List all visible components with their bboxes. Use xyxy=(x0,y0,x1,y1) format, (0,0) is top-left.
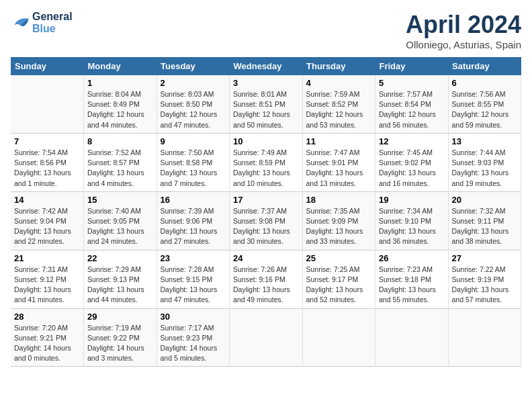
calendar-cell xyxy=(230,308,303,367)
day-number: 1 xyxy=(87,78,153,88)
day-number: 20 xyxy=(452,195,518,205)
day-number: 3 xyxy=(233,78,299,88)
calendar-cell: 15Sunrise: 7:40 AMSunset: 9:05 PMDayligh… xyxy=(84,191,157,250)
day-info: Sunrise: 7:20 AMSunset: 9:21 PMDaylight:… xyxy=(14,323,80,364)
day-number: 19 xyxy=(379,195,445,205)
day-number: 22 xyxy=(87,253,153,263)
day-info: Sunrise: 8:04 AMSunset: 8:49 PMDaylight:… xyxy=(87,89,153,130)
calendar-cell: 30Sunrise: 7:17 AMSunset: 9:23 PMDayligh… xyxy=(157,308,230,367)
calendar-cell: 23Sunrise: 7:28 AMSunset: 9:15 PMDayligh… xyxy=(157,250,230,308)
calendar-week-row: 28Sunrise: 7:20 AMSunset: 9:21 PMDayligh… xyxy=(11,308,521,367)
calendar-cell: 2Sunrise: 8:03 AMSunset: 8:50 PMDaylight… xyxy=(157,75,230,133)
weekday-header-wednesday: Wednesday xyxy=(230,57,303,75)
day-info: Sunrise: 7:37 AMSunset: 9:08 PMDaylight:… xyxy=(233,206,299,247)
day-info: Sunrise: 7:17 AMSunset: 9:23 PMDaylight:… xyxy=(161,323,226,364)
day-info: Sunrise: 7:29 AMSunset: 9:13 PMDaylight:… xyxy=(87,265,153,306)
calendar-cell: 7Sunrise: 7:54 AMSunset: 8:56 PMDaylight… xyxy=(11,133,84,191)
day-info: Sunrise: 7:34 AMSunset: 9:10 PMDaylight:… xyxy=(379,206,445,247)
day-info: Sunrise: 7:45 AMSunset: 9:02 PMDaylight:… xyxy=(379,148,445,189)
calendar-week-row: 7Sunrise: 7:54 AMSunset: 8:56 PMDaylight… xyxy=(11,133,521,191)
calendar-cell: 9Sunrise: 7:50 AMSunset: 8:58 PMDaylight… xyxy=(157,133,230,191)
calendar-cell: 26Sunrise: 7:23 AMSunset: 9:18 PMDayligh… xyxy=(375,250,449,308)
day-info: Sunrise: 7:59 AMSunset: 8:52 PMDaylight:… xyxy=(306,89,372,130)
calendar-cell: 13Sunrise: 7:44 AMSunset: 9:03 PMDayligh… xyxy=(448,133,521,191)
calendar-table: SundayMondayTuesdayWednesdayThursdayFrid… xyxy=(11,57,521,367)
day-info: Sunrise: 7:56 AMSunset: 8:55 PMDaylight:… xyxy=(452,89,518,130)
day-number: 25 xyxy=(306,253,372,263)
day-number: 24 xyxy=(233,253,299,263)
day-number: 6 xyxy=(452,78,518,88)
calendar-cell: 4Sunrise: 7:59 AMSunset: 8:52 PMDaylight… xyxy=(302,75,375,133)
day-number: 21 xyxy=(14,253,80,263)
calendar-cell: 28Sunrise: 7:20 AMSunset: 9:21 PMDayligh… xyxy=(11,308,84,367)
calendar-cell xyxy=(448,308,521,367)
day-info: Sunrise: 7:39 AMSunset: 9:06 PMDaylight:… xyxy=(161,206,226,247)
day-info: Sunrise: 7:35 AMSunset: 9:09 PMDaylight:… xyxy=(306,206,372,247)
calendar-week-row: 14Sunrise: 7:42 AMSunset: 9:04 PMDayligh… xyxy=(11,191,521,250)
day-number: 16 xyxy=(161,195,226,205)
calendar-cell: 24Sunrise: 7:26 AMSunset: 9:16 PMDayligh… xyxy=(230,250,303,308)
day-number: 12 xyxy=(379,136,445,146)
day-number: 26 xyxy=(379,253,445,263)
day-info: Sunrise: 7:25 AMSunset: 9:17 PMDaylight:… xyxy=(306,265,372,306)
page-header: General Blue April 2024 Olloniego, Astur… xyxy=(11,11,521,50)
day-info: Sunrise: 7:23 AMSunset: 9:18 PMDaylight:… xyxy=(379,265,445,306)
weekday-header-tuesday: Tuesday xyxy=(157,57,230,75)
day-info: Sunrise: 7:19 AMSunset: 9:22 PMDaylight:… xyxy=(87,323,153,364)
calendar-cell: 29Sunrise: 7:19 AMSunset: 9:22 PMDayligh… xyxy=(84,308,157,367)
day-number: 4 xyxy=(306,78,372,88)
calendar-cell: 1Sunrise: 8:04 AMSunset: 8:49 PMDaylight… xyxy=(84,75,157,133)
calendar-week-row: 21Sunrise: 7:31 AMSunset: 9:12 PMDayligh… xyxy=(11,250,521,308)
location: Olloniego, Asturias, Spain xyxy=(406,39,521,50)
calendar-cell xyxy=(375,308,449,367)
weekday-header-row: SundayMondayTuesdayWednesdayThursdayFrid… xyxy=(11,57,521,75)
calendar-cell: 12Sunrise: 7:45 AMSunset: 9:02 PMDayligh… xyxy=(375,133,449,191)
day-info: Sunrise: 7:44 AMSunset: 9:03 PMDaylight:… xyxy=(452,148,518,189)
day-number: 23 xyxy=(161,253,226,263)
calendar-cell: 16Sunrise: 7:39 AMSunset: 9:06 PMDayligh… xyxy=(157,191,230,250)
calendar-cell: 11Sunrise: 7:47 AMSunset: 9:01 PMDayligh… xyxy=(302,133,375,191)
day-number: 27 xyxy=(452,253,518,263)
day-info: Sunrise: 7:54 AMSunset: 8:56 PMDaylight:… xyxy=(14,148,80,189)
calendar-cell: 20Sunrise: 7:32 AMSunset: 9:11 PMDayligh… xyxy=(448,191,521,250)
calendar-cell: 27Sunrise: 7:22 AMSunset: 9:19 PMDayligh… xyxy=(448,250,521,308)
calendar-cell: 3Sunrise: 8:01 AMSunset: 8:51 PMDaylight… xyxy=(230,75,303,133)
weekday-header-saturday: Saturday xyxy=(448,57,521,75)
day-info: Sunrise: 7:40 AMSunset: 9:05 PMDaylight:… xyxy=(87,206,153,247)
calendar-cell: 21Sunrise: 7:31 AMSunset: 9:12 PMDayligh… xyxy=(11,250,84,308)
day-number: 13 xyxy=(452,136,518,146)
logo: General Blue xyxy=(11,11,73,34)
day-info: Sunrise: 7:28 AMSunset: 9:15 PMDaylight:… xyxy=(161,265,226,306)
calendar-cell: 18Sunrise: 7:35 AMSunset: 9:09 PMDayligh… xyxy=(302,191,375,250)
calendar-cell: 17Sunrise: 7:37 AMSunset: 9:08 PMDayligh… xyxy=(230,191,303,250)
day-number: 5 xyxy=(379,78,445,88)
day-info: Sunrise: 7:52 AMSunset: 8:57 PMDaylight:… xyxy=(87,148,153,189)
day-number: 10 xyxy=(233,136,299,146)
day-info: Sunrise: 7:57 AMSunset: 8:54 PMDaylight:… xyxy=(379,89,445,130)
day-info: Sunrise: 8:01 AMSunset: 8:51 PMDaylight:… xyxy=(233,89,299,130)
day-info: Sunrise: 7:22 AMSunset: 9:19 PMDaylight:… xyxy=(452,265,518,306)
day-info: Sunrise: 7:42 AMSunset: 9:04 PMDaylight:… xyxy=(14,206,80,247)
day-info: Sunrise: 7:50 AMSunset: 8:58 PMDaylight:… xyxy=(161,148,226,189)
calendar-cell xyxy=(11,75,84,133)
logo-text: General Blue xyxy=(32,11,73,34)
calendar-cell: 8Sunrise: 7:52 AMSunset: 8:57 PMDaylight… xyxy=(84,133,157,191)
day-number: 28 xyxy=(14,312,80,322)
day-info: Sunrise: 8:03 AMSunset: 8:50 PMDaylight:… xyxy=(161,89,226,130)
calendar-week-row: 1Sunrise: 8:04 AMSunset: 8:49 PMDaylight… xyxy=(11,75,521,133)
day-number: 2 xyxy=(161,78,226,88)
weekday-header-thursday: Thursday xyxy=(302,57,375,75)
day-number: 30 xyxy=(161,312,226,322)
day-info: Sunrise: 7:49 AMSunset: 8:59 PMDaylight:… xyxy=(233,148,299,189)
weekday-header-friday: Friday xyxy=(375,57,449,75)
title-block: April 2024 Olloniego, Asturias, Spain xyxy=(406,11,521,50)
day-info: Sunrise: 7:26 AMSunset: 9:16 PMDaylight:… xyxy=(233,265,299,306)
calendar-cell: 14Sunrise: 7:42 AMSunset: 9:04 PMDayligh… xyxy=(11,191,84,250)
calendar-cell: 10Sunrise: 7:49 AMSunset: 8:59 PMDayligh… xyxy=(230,133,303,191)
weekday-header-monday: Monday xyxy=(84,57,157,75)
day-info: Sunrise: 7:32 AMSunset: 9:11 PMDaylight:… xyxy=(452,206,518,247)
day-info: Sunrise: 7:31 AMSunset: 9:12 PMDaylight:… xyxy=(14,265,80,306)
day-number: 7 xyxy=(14,136,80,146)
calendar-cell: 19Sunrise: 7:34 AMSunset: 9:10 PMDayligh… xyxy=(375,191,449,250)
calendar-cell: 25Sunrise: 7:25 AMSunset: 9:17 PMDayligh… xyxy=(302,250,375,308)
